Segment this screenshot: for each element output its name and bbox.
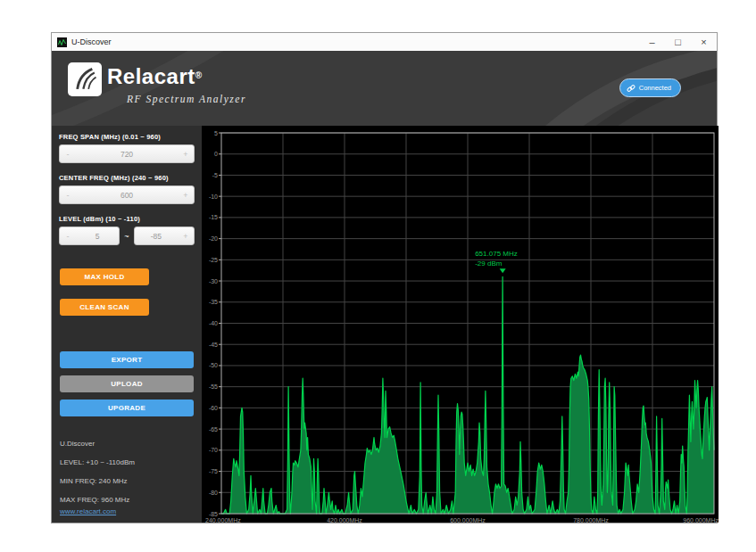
header: Relacart® RF Spectrum Analyzer Connected	[52, 51, 717, 126]
center-freq-input[interactable]	[76, 186, 178, 203]
brand-registered-mark: ®	[195, 70, 203, 80]
upgrade-button[interactable]: UPGRADE	[60, 400, 194, 416]
app-window: U-Discover – □ × Relacart®	[51, 32, 718, 523]
level-range-separator: ~	[124, 232, 129, 241]
level-high-plus-button[interactable]: +	[178, 227, 194, 244]
freq-span-label: FREQ SPAN (MHz) (0.01 ~ 960)	[59, 133, 202, 141]
brand-tagline: RF Spectrum Analyzer	[127, 94, 246, 104]
info-min-freq: MIN FREQ: 240 MHz	[60, 477, 135, 485]
brand-logo-icon	[68, 62, 102, 96]
y-tick-label: -25	[209, 257, 218, 263]
center-freq-plus-button[interactable]: +	[178, 186, 194, 203]
y-tick-label: -5	[212, 172, 218, 178]
y-tick-label: -40	[209, 320, 218, 326]
freq-span-field: - +	[59, 144, 195, 163]
y-tick-label: -60	[209, 405, 218, 411]
y-tick-label: -75	[209, 468, 218, 474]
y-tick-label: 5	[214, 130, 218, 136]
x-tick-label: 600.000MHz	[450, 517, 486, 523]
connected-label: Connected	[639, 84, 671, 92]
peak-marker-freq-label: 651.075 MHz	[475, 250, 518, 258]
spectrum-chart: 50-5-10-15-20-25-30-35-40-45-50-55-60-65…	[202, 126, 719, 524]
max-hold-button[interactable]: MAX HOLD	[60, 268, 149, 285]
brand-name: Relacart	[107, 64, 195, 88]
center-freq-minus-button[interactable]: -	[60, 186, 76, 203]
peak-marker-level-label: -29 dBm	[475, 260, 503, 268]
center-freq-field: - +	[59, 185, 195, 204]
freq-span-input[interactable]	[76, 145, 178, 162]
y-tick-label: -65	[209, 426, 218, 433]
freq-span-minus-button[interactable]: -	[60, 145, 76, 162]
center-freq-label: CENTER FREQ (MHz) (240 ~ 960)	[59, 174, 202, 182]
connected-button[interactable]: Connected	[619, 78, 681, 97]
y-tick-label: -45	[209, 342, 218, 348]
y-tick-label: -80	[209, 490, 218, 496]
y-tick-label: -70	[209, 447, 218, 453]
y-tick-label: -15	[209, 214, 218, 220]
level-low-minus-button[interactable]: -	[60, 227, 76, 244]
peak-marker-icon	[500, 268, 506, 273]
close-button[interactable]: ×	[691, 33, 717, 51]
export-button[interactable]: EXPORT	[60, 351, 194, 368]
level-low-input[interactable]	[76, 227, 119, 244]
maximize-button[interactable]: □	[665, 33, 691, 51]
minimize-button[interactable]: –	[639, 33, 665, 51]
upload-button[interactable]: UPLOAD	[60, 375, 194, 392]
y-tick-label: -50	[209, 362, 218, 368]
y-tick-label: -10	[209, 194, 218, 200]
app-icon	[57, 37, 67, 47]
info-level-range: LEVEL: +10 ~ -110dBm	[60, 458, 135, 466]
level-label: LEVEL (dBm) (10 ~ -110)	[59, 215, 202, 223]
titlebar: U-Discover – □ ×	[52, 33, 717, 51]
y-tick-label: -55	[209, 383, 218, 390]
y-tick-label: -30	[209, 278, 218, 284]
level-high-field: +	[134, 227, 195, 245]
level-high-input[interactable]	[135, 227, 178, 244]
x-tick-label: 240.000MHz	[205, 517, 241, 523]
x-tick-label: 960.000MHz	[683, 517, 719, 523]
clean-scan-button[interactable]: CLEAN SCAN	[60, 299, 149, 316]
x-tick-label: 420.000MHz	[327, 517, 362, 523]
info-max-freq: MAX FREQ: 960 MHz	[60, 496, 135, 504]
sidebar: FREQ SPAN (MHz) (0.01 ~ 960) - + CENTER …	[52, 126, 202, 523]
link-icon	[627, 84, 636, 93]
y-tick-label: -85	[209, 511, 218, 517]
y-tick-label: 0	[214, 151, 218, 157]
info-product: U.Discover	[60, 440, 135, 448]
chart-area: 50-5-10-15-20-25-30-35-40-45-50-55-60-65…	[202, 126, 719, 523]
window-title: U-Discover	[71, 37, 112, 46]
x-tick-label: 780.000MHz	[573, 517, 609, 523]
y-tick-label: -35	[209, 299, 218, 305]
level-low-field: -	[59, 227, 120, 245]
y-tick-label: -20	[209, 235, 218, 242]
website-link[interactable]: www.relacart.com	[60, 507, 116, 515]
freq-span-plus-button[interactable]: +	[178, 145, 194, 162]
